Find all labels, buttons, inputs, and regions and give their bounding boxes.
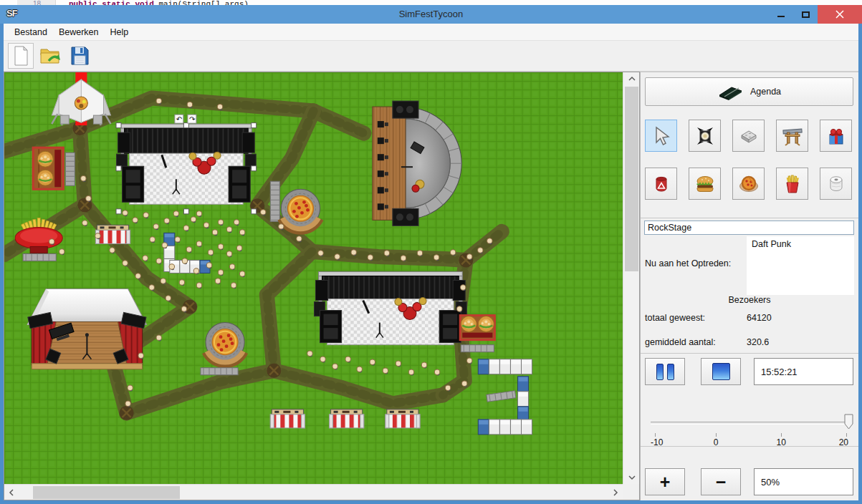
map-vertical-scrollbar[interactable]	[623, 72, 639, 484]
zoom-level-display: 50%	[754, 468, 853, 495]
map-area: ↶↷	[4, 72, 640, 500]
toilet-roll-icon	[825, 173, 847, 195]
tool-gift[interactable]	[820, 120, 852, 152]
close-button[interactable]	[818, 5, 862, 24]
minimize-button[interactable]	[769, 5, 793, 24]
menu-bewerken[interactable]: Bewerken	[54, 25, 104, 39]
map-horizontal-scrollbar[interactable]	[4, 484, 623, 500]
map-object-striped-stand[interactable]	[385, 410, 420, 428]
save-file-icon	[69, 45, 90, 67]
horizontal-scroll-thumb[interactable]	[33, 486, 180, 499]
window-title: SimFestTycoon	[0, 9, 862, 19]
map-object-pizza-table[interactable]	[281, 189, 320, 231]
control-panel: Agenda	[640, 72, 858, 500]
speed-slider[interactable]: -10 0 10 20	[651, 415, 848, 436]
gift-icon	[825, 125, 847, 147]
pause-icon	[656, 364, 664, 380]
titlebar[interactable]: SF SimFestTycoon	[0, 5, 862, 24]
map-object-burger-stand2[interactable]	[460, 316, 494, 352]
clock-display: 15:52:21	[754, 358, 853, 385]
tool-trash-can[interactable]	[645, 168, 677, 200]
tool-toilet-roll[interactable]	[820, 168, 852, 200]
open-file-button[interactable]	[37, 43, 63, 69]
menu-help[interactable]: Help	[105, 25, 133, 39]
tool-palette	[645, 120, 853, 200]
new-file-button[interactable]	[8, 43, 34, 69]
background-ide-strip: 18 public static void main(String[] args…	[0, 0, 862, 5]
tool-gate[interactable]	[776, 120, 808, 152]
map-object-barn-stage[interactable]	[27, 289, 147, 369]
zoom-out-button[interactable]: −	[701, 468, 741, 495]
burger-icon	[694, 173, 716, 195]
fries-icon	[782, 173, 803, 195]
map-object-stage-big[interactable]	[315, 271, 467, 344]
tool-spotlight[interactable]	[689, 120, 721, 152]
cursor-icon	[651, 125, 672, 147]
stop-button[interactable]	[701, 358, 741, 385]
now-playing-value: Daft Punk	[747, 236, 854, 252]
tool-burger[interactable]	[689, 168, 721, 200]
slider-thumb[interactable]	[844, 414, 853, 430]
spotlight-icon	[694, 125, 716, 147]
map-object-burger-stand[interactable]	[33, 147, 63, 189]
scrollbar-corner	[623, 484, 639, 500]
scroll-left-icon[interactable]	[4, 485, 19, 500]
panel-divider	[641, 446, 858, 447]
scroll-right-icon[interactable]	[608, 485, 623, 500]
trash-can-icon	[651, 173, 672, 195]
vertical-scroll-thumb[interactable]	[625, 87, 638, 271]
now-playing-label: Nu aan het Optreden:	[645, 258, 731, 268]
pause-button[interactable]	[645, 358, 685, 385]
slider-track[interactable]	[651, 422, 848, 425]
gate-icon	[782, 125, 803, 147]
agenda-book-icon	[717, 82, 743, 101]
total-visitors-label: totaal geweest:	[645, 313, 705, 323]
total-visitors-value: 64120	[747, 313, 772, 323]
path-tile-icon	[738, 125, 760, 147]
app-window: SF SimFestTycoon Bestand Bewerken Help	[0, 5, 862, 504]
toolbar	[4, 41, 858, 72]
average-visitors-label: gemiddeld aantal:	[645, 337, 716, 347]
minimize-icon	[777, 16, 785, 17]
save-file-button[interactable]	[67, 43, 92, 69]
tool-fries[interactable]	[776, 168, 808, 200]
new-file-icon	[11, 45, 31, 67]
menu-bestand[interactable]: Bestand	[9, 25, 52, 39]
agenda-label: Agenda	[750, 87, 781, 97]
scroll-down-icon[interactable]	[623, 471, 640, 484]
map-object-striped-stand[interactable]	[95, 225, 130, 243]
tool-select-cursor[interactable]	[645, 120, 677, 152]
maximize-button[interactable]	[793, 5, 818, 24]
scroll-up-icon[interactable]	[623, 72, 640, 85]
svg-text:↷: ↷	[189, 115, 196, 123]
menubar: Bestand Bewerken Help	[4, 24, 858, 41]
map-object-bench-v[interactable]	[270, 181, 279, 221]
map-canvas[interactable]: ↶↷	[4, 72, 623, 484]
stage-name-input[interactable]	[644, 220, 854, 235]
visitors-header: Bezoekers	[641, 295, 858, 305]
tool-pizza[interactable]	[732, 168, 765, 200]
agenda-button[interactable]: Agenda	[645, 77, 853, 106]
map-object-bench-v[interactable]	[65, 152, 75, 185]
tool-path-tile[interactable]	[732, 120, 765, 152]
open-file-icon	[39, 45, 62, 67]
map-object-striped-stand[interactable]	[330, 410, 364, 428]
map-object-striped-stand[interactable]	[270, 410, 305, 428]
close-icon	[835, 10, 844, 19]
panel-divider	[641, 353, 858, 354]
zoom-in-button[interactable]: +	[645, 468, 685, 495]
maximize-icon	[802, 11, 810, 18]
map-object-stage-big[interactable]: ↶↷	[116, 115, 257, 214]
panel-divider	[641, 218, 858, 218]
stop-icon	[712, 363, 730, 380]
svg-text:↶: ↶	[176, 115, 182, 123]
now-playing-box: Daft Punk	[747, 236, 854, 295]
pizza-icon	[738, 173, 760, 195]
average-visitors-value: 320.6	[747, 337, 769, 347]
